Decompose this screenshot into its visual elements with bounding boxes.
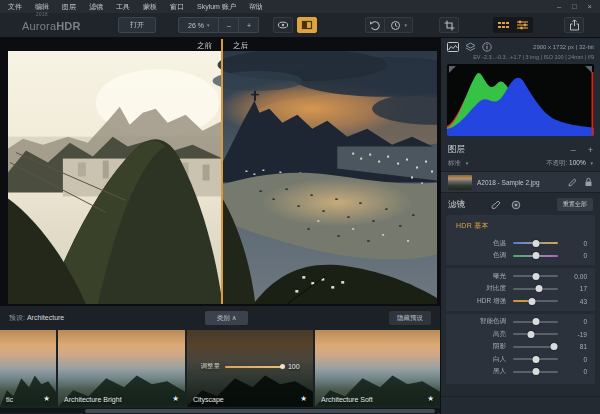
slider-knob[interactable] [532, 368, 539, 375]
menu-skylum-account[interactable]: Skylum 账户 [197, 2, 236, 12]
toggle-presets-panel-button[interactable] [493, 17, 513, 33]
scrollbar-thumb[interactable] [85, 409, 435, 413]
lock-icon[interactable] [584, 177, 593, 187]
zoom-value: 26 % [188, 22, 204, 29]
whites-slider[interactable] [513, 358, 558, 360]
slider-label: HDR 增强 [454, 297, 506, 306]
opacity-dropdown[interactable]: 不透明: 100% ▾ [546, 159, 593, 168]
undo-button[interactable] [365, 17, 385, 33]
slider-label: 色调 [454, 251, 506, 260]
histogram[interactable] [447, 64, 594, 136]
menu-window[interactable]: 窗口 [170, 2, 184, 12]
maximize-button[interactable]: □ [572, 2, 577, 11]
layers-tab-icon[interactable] [465, 42, 476, 52]
history-button[interactable]: ▾ [385, 17, 413, 33]
gear-icon[interactable] [511, 200, 521, 210]
slider-group-tone: 曝光 0.00 对比度 17 HDR 增强 43 [446, 265, 595, 311]
slider-value: 0 [565, 356, 587, 363]
blend-mode-dropdown[interactable]: 标准 ▾ [448, 159, 468, 168]
after-label: 之后 [233, 41, 248, 51]
add-layer-button[interactable]: + [588, 146, 593, 155]
star-icon[interactable]: ★ [43, 394, 50, 403]
slider-label: 黑人 [454, 367, 506, 376]
edit-layer-pencil-icon[interactable] [568, 178, 577, 187]
star-icon[interactable]: ★ [427, 394, 434, 403]
highlights-slider[interactable] [513, 333, 558, 335]
export-button[interactable] [564, 17, 584, 33]
slider-knob[interactable] [532, 240, 539, 247]
slider-value: 0 [565, 252, 587, 259]
preset-thumb-1[interactable]: tic ★ [0, 330, 56, 407]
zoom-out-button[interactable]: – [219, 17, 239, 33]
preset-thumb-2[interactable]: Architecture Bright ★ [58, 330, 185, 407]
star-icon[interactable]: ★ [300, 394, 307, 403]
preset-amount-control: 调整量 100 [187, 362, 313, 371]
menu-edit[interactable]: 编辑 [35, 2, 49, 12]
layer-name: A2018 - Sample 2.jpg [477, 179, 540, 186]
preset-thumb-3-selected[interactable]: 调整量 100 Cityscape ★ [187, 330, 313, 407]
amount-knob[interactable] [280, 364, 285, 369]
compare-divider-handle[interactable] [221, 39, 223, 304]
categories-button[interactable]: 类别 ∧ [205, 311, 249, 325]
menu-filters[interactable]: 滤镜 [89, 2, 103, 12]
amount-slider[interactable] [225, 366, 283, 368]
menu-tools[interactable]: 工具 [116, 2, 130, 12]
layer-row[interactable]: A2018 - Sample 2.jpg [441, 171, 600, 193]
preset-strip-icon [497, 20, 510, 30]
slider-value: 0 [565, 240, 587, 247]
crop-button[interactable] [439, 17, 459, 33]
hide-presets-button[interactable]: 隐藏预设 [389, 311, 431, 325]
preset-name: Architecture Bright [64, 396, 122, 403]
slider-knob[interactable] [550, 343, 557, 350]
slider-knob[interactable] [532, 252, 539, 259]
contrast-slider[interactable] [513, 288, 558, 290]
undo-icon [369, 20, 381, 31]
toggle-filters-panel-button[interactable] [513, 17, 533, 33]
menu-layers[interactable]: 图层 [62, 2, 76, 12]
slider-group-detail: 智能色调 0 高亮 -19 阴影 81 白人 0 [446, 311, 595, 382]
amount-label: 调整量 [200, 362, 220, 371]
blacks-slider[interactable] [513, 371, 558, 373]
zoom-level-dropdown[interactable]: 26 %▾ [178, 17, 219, 33]
temperature-slider[interactable] [513, 242, 558, 244]
histogram-tab-icon[interactable] [447, 42, 459, 52]
hdr-enhance-slider[interactable] [513, 300, 558, 302]
slider-label: 阴影 [454, 342, 506, 351]
exposure-slider[interactable] [513, 275, 558, 277]
before-label: 之前 [170, 41, 212, 51]
slider-label: 色温 [454, 239, 506, 248]
slider-value: -19 [565, 331, 587, 338]
quick-preview-button[interactable] [273, 17, 293, 33]
shadows-slider[interactable] [513, 346, 558, 348]
export-share-icon [569, 19, 580, 31]
preset-thumb-4[interactable]: Architecture Soft ★ [315, 330, 440, 407]
brush-icon[interactable] [491, 200, 502, 209]
close-button[interactable]: × [588, 2, 592, 11]
eye-icon [277, 20, 289, 30]
slider-knob[interactable] [529, 298, 536, 305]
filter-section-title[interactable]: HDR 基本 [446, 215, 595, 235]
star-icon[interactable]: ★ [172, 394, 179, 403]
minimize-button[interactable]: – [557, 2, 561, 11]
slider-value: 17 [565, 285, 587, 292]
tint-slider[interactable] [513, 255, 558, 257]
remove-layer-button[interactable]: – [571, 146, 576, 155]
menu-file[interactable]: 文件 [8, 2, 22, 12]
open-button[interactable]: 打开 [118, 17, 156, 33]
image-dimensions: 2900 x 1732 px | 32-bit [533, 44, 594, 50]
slider-knob[interactable] [532, 273, 539, 280]
menu-mask[interactable]: 蒙板 [143, 2, 157, 12]
logo-name-bold: HDR [56, 20, 80, 32]
reset-all-button[interactable]: 重置全部 [557, 198, 593, 211]
slider-knob[interactable] [532, 356, 539, 363]
window-controls: – □ × [557, 2, 592, 11]
zoom-in-button[interactable]: + [239, 17, 259, 33]
exif-info: EV -2.3...-0.3...+1.7 | 3 img | ISO 100 … [441, 53, 600, 62]
slider-knob[interactable] [536, 285, 543, 292]
slider-knob[interactable] [528, 331, 535, 338]
menu-help[interactable]: 帮助 [249, 2, 263, 12]
smart-tone-slider[interactable] [513, 321, 558, 323]
compare-split-button[interactable] [297, 17, 317, 33]
info-icon[interactable] [482, 42, 492, 52]
slider-knob[interactable] [532, 318, 539, 325]
